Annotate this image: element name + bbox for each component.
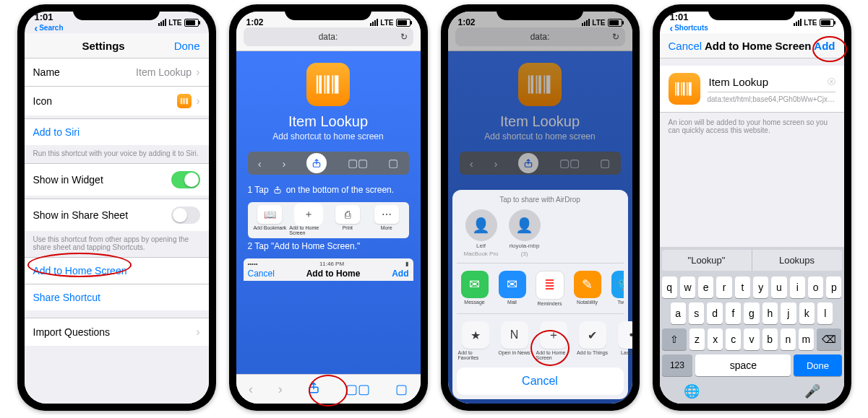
status-time: 1:01 — [670, 12, 708, 22]
svg-rect-9 — [327, 75, 330, 93]
key-r[interactable]: r — [716, 277, 731, 298]
shift-key[interactable]: ⇧ — [662, 328, 687, 350]
step-1: 1 Tap on the bottom of the screen. — [248, 185, 395, 195]
share-app-mail[interactable]: ✉Mail — [496, 271, 529, 306]
action-more: ⋯More — [367, 205, 406, 235]
share-action-add-to-favorites[interactable]: ★Add to Favorites — [458, 321, 493, 360]
chevron-right-icon: › — [196, 326, 199, 339]
name-input[interactable] — [708, 75, 828, 89]
icon-cell[interactable]: Icon › — [25, 87, 209, 116]
add-to-siri-button[interactable]: Add to Siri — [25, 119, 209, 145]
mic-icon[interactable]: 🎤 — [804, 383, 820, 399]
icon-label: Icon — [33, 95, 52, 107]
widget-toggle[interactable] — [171, 171, 200, 188]
key-d[interactable]: d — [707, 302, 722, 324]
suggestion-bar: "Lookup"Lookups — [662, 250, 842, 271]
key-z[interactable]: z — [689, 328, 705, 350]
key-s[interactable]: s — [689, 302, 704, 324]
key-v[interactable]: v — [744, 328, 759, 350]
navbar: Cancel Add to Home Screen Add — [660, 33, 844, 58]
bookmarks-button[interactable]: ▢▢ — [345, 381, 370, 397]
page-title: Settings — [82, 40, 124, 52]
numbers-key[interactable]: 123 — [662, 354, 693, 376]
backspace-key[interactable]: ⌫ — [817, 328, 841, 350]
key-i[interactable]: i — [790, 277, 805, 298]
cancel-button[interactable]: Cancel — [669, 40, 702, 52]
key-u[interactable]: u — [771, 277, 786, 298]
done-button[interactable]: Done — [174, 40, 200, 52]
share-app-reminders[interactable]: ≣Reminders — [533, 271, 567, 306]
share-action-add-to-home-screen[interactable]: ＋Add to Home Screen — [536, 321, 571, 360]
share-action-add-to-things[interactable]: ✔Add to Things — [575, 321, 610, 360]
svg-rect-4 — [186, 98, 186, 104]
done-key[interactable]: Done — [794, 354, 841, 376]
tabs-icon: ▢ — [388, 157, 398, 170]
forward-button[interactable]: › — [278, 382, 283, 397]
space-key[interactable]: space — [695, 354, 791, 376]
clear-icon[interactable]: ⓧ — [828, 77, 835, 87]
key-h[interactable]: h — [762, 302, 778, 324]
add-to-home-screen-button[interactable]: Add to Home Screen — [25, 258, 209, 284]
key-y[interactable]: y — [753, 277, 768, 298]
svg-rect-5 — [186, 98, 188, 104]
widget-label: Show in Widget — [33, 174, 103, 186]
airdrop-target[interactable]: 👤LeifMacBook Pro — [464, 209, 499, 257]
show-in-widget-cell: Show in Widget — [25, 164, 209, 196]
key-k[interactable]: k — [799, 302, 815, 324]
airdrop-target[interactable]: 👤rloyola-mbp(3) — [509, 209, 541, 257]
mock-add: Add — [392, 269, 408, 279]
back-icon: ‹ — [258, 157, 262, 170]
key-w[interactable]: w — [680, 277, 695, 298]
reload-icon[interactable]: ↻ — [400, 32, 408, 42]
breadcrumb-shortcuts[interactable]: Shortcuts — [670, 22, 708, 34]
share-action-lastpass[interactable]: •LastPass — [614, 321, 632, 360]
svg-rect-8 — [325, 75, 326, 93]
chevron-right-icon: › — [196, 66, 199, 79]
key-l[interactable]: l — [817, 302, 833, 324]
cancel-button[interactable]: Cancel — [457, 367, 624, 395]
page-title: Add to Home Screen — [705, 40, 812, 52]
instruction-card: Item Lookup Add shortcut to home screen … — [236, 51, 421, 374]
key-t[interactable]: t — [735, 277, 750, 298]
suggestion[interactable]: Lookups — [752, 250, 842, 271]
svg-rect-22 — [676, 82, 677, 95]
svg-rect-24 — [682, 82, 682, 95]
sheet-label: Show in Share Sheet — [33, 209, 129, 221]
key-m[interactable]: m — [799, 328, 814, 350]
name-cell[interactable]: Name Item Lookup › — [25, 58, 209, 87]
signal-icon — [158, 19, 166, 26]
tabs-button[interactable]: ▢ — [395, 381, 408, 397]
key-j[interactable]: j — [781, 302, 796, 324]
import-questions-cell[interactable]: Import Questions › — [25, 318, 209, 346]
key-g[interactable]: g — [744, 302, 759, 324]
key-n[interactable]: n — [781, 328, 796, 350]
share-shortcut-button[interactable]: Share Shortcut — [25, 284, 209, 310]
add-button[interactable]: Add — [814, 40, 835, 52]
key-c[interactable]: c — [726, 328, 741, 350]
import-questions-label: Import Questions — [33, 326, 111, 338]
share-app-message[interactable]: ✉Message — [458, 271, 491, 306]
share-app-twitter[interactable]: 🐦Twitter — [609, 271, 624, 306]
url-value: data:text/html;base64,PGh0bWw+Cjx… — [708, 95, 835, 103]
barcode-icon — [177, 94, 192, 108]
key-q[interactable]: q — [662, 277, 677, 298]
key-o[interactable]: o — [808, 277, 823, 298]
mock-action-row: 📖Add Bookmark＋Add to Home Screen⎙Print⋯M… — [248, 202, 409, 238]
key-p[interactable]: p — [826, 277, 841, 298]
share-action-open-in-news[interactable]: NOpen in News — [497, 321, 532, 360]
back-button[interactable]: ‹ — [249, 382, 253, 397]
key-x[interactable]: x — [708, 328, 723, 350]
key-a[interactable]: a — [671, 302, 686, 324]
share-sheet-toggle[interactable] — [171, 206, 200, 224]
breadcrumb-search[interactable]: Search — [35, 22, 64, 34]
share-app-notability[interactable]: ✎Notability — [571, 271, 604, 306]
step-2: 2 Tap "Add to Home Screen." — [248, 241, 361, 251]
suggestion[interactable]: "Lookup" — [662, 250, 752, 271]
key-b[interactable]: b — [762, 328, 778, 350]
key-f[interactable]: f — [726, 302, 741, 324]
share-button[interactable] — [307, 380, 320, 399]
key-e[interactable]: e — [698, 277, 713, 298]
action-add-to-home-screen: ＋Add to Home Screen — [289, 205, 328, 235]
action-print: ⎙Print — [328, 205, 367, 235]
globe-icon[interactable]: 🌐 — [684, 383, 700, 399]
